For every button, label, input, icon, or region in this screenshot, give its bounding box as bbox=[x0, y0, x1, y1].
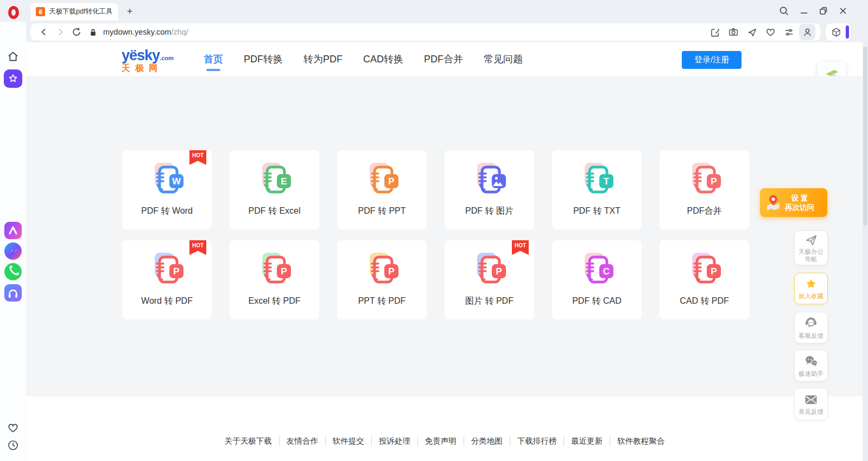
conversion-card[interactable]: HOT C PDF 转 CAD bbox=[552, 240, 642, 319]
feedback-widget[interactable]: 意见反馈 bbox=[794, 388, 828, 420]
nav-item[interactable]: 转为PDF bbox=[302, 43, 344, 75]
hot-badge: HOT bbox=[189, 240, 206, 255]
whatsapp-icon[interactable] bbox=[4, 263, 22, 280]
revisit-banner[interactable]: 设 置再次访问 bbox=[760, 188, 827, 217]
new-tab-button[interactable]: + bbox=[123, 4, 137, 18]
conversion-card[interactable]: HOT W PDF 转 Word bbox=[122, 150, 212, 229]
lock-icon[interactable] bbox=[85, 24, 101, 40]
navigation-icon bbox=[804, 233, 818, 246]
footer-link[interactable]: 关于天极下载 bbox=[218, 436, 280, 446]
conversion-icon: W bbox=[150, 162, 185, 197]
conversion-card[interactable]: HOT PDF 转 图片 bbox=[445, 150, 534, 229]
home-icon[interactable] bbox=[7, 50, 20, 63]
footer-link[interactable]: 友情合作 bbox=[280, 436, 326, 446]
footer-link[interactable]: 分类地图 bbox=[464, 436, 510, 446]
speed-dial-star-icon[interactable] bbox=[4, 69, 22, 88]
conversion-icon: T bbox=[580, 162, 614, 197]
nav-item[interactable]: PDF转换 bbox=[243, 43, 284, 75]
web-page: yësky.com 天极网 首页PDF转换转为PDFCAD转换PDF合并常见问题… bbox=[26, 42, 863, 461]
conversion-icon: P bbox=[257, 252, 292, 287]
conversion-card[interactable]: HOT P PDF合并 bbox=[660, 150, 749, 229]
camera-icon[interactable] bbox=[725, 24, 742, 40]
conversion-card[interactable]: HOT P 图片 转 PDF bbox=[445, 240, 534, 319]
messenger-icon[interactable] bbox=[4, 242, 22, 260]
conversion-card[interactable]: HOT E PDF 转 Excel bbox=[230, 150, 319, 229]
conversion-icon bbox=[472, 162, 507, 197]
conversion-card[interactable]: HOT P CAD 转 PDF bbox=[660, 240, 749, 319]
svg-text:P: P bbox=[388, 176, 394, 187]
nav-item-label: 转为PDF bbox=[303, 54, 343, 65]
yesky-logo[interactable]: yësky.com 天极网 bbox=[122, 47, 187, 74]
nav-item[interactable]: PDF合并 bbox=[423, 43, 464, 75]
close-button[interactable] bbox=[836, 4, 850, 18]
conversion-icon: P bbox=[687, 252, 722, 287]
nav-item-label: PDF合并 bbox=[424, 54, 463, 65]
restore-button[interactable] bbox=[816, 4, 831, 18]
url-field[interactable]: mydown.yesky.com/zhq/ bbox=[103, 28, 707, 36]
heart-icon[interactable] bbox=[762, 24, 778, 40]
back-icon[interactable] bbox=[36, 24, 52, 40]
revisit-line1: 设 置 bbox=[785, 194, 814, 203]
reload-icon[interactable] bbox=[68, 24, 85, 40]
svg-text:W: W bbox=[172, 176, 181, 187]
opera-logo-icon[interactable] bbox=[8, 6, 19, 19]
hot-badge: HOT bbox=[189, 150, 206, 165]
player-headphones-icon[interactable] bbox=[4, 284, 22, 302]
forward-icon[interactable] bbox=[52, 24, 68, 40]
favorites-heart-icon[interactable] bbox=[7, 422, 19, 434]
more-options-icon[interactable] bbox=[7, 459, 19, 461]
login-register-button[interactable]: 登录/注册 bbox=[682, 51, 742, 69]
conversion-card[interactable]: HOT P PPT 转 PDF bbox=[337, 240, 427, 319]
browser-chrome: ë 天极下载pdf转化工具 + mydown.yesky.com/zhq/ bbox=[0, 0, 868, 42]
footer-link[interactable]: 投诉处理 bbox=[372, 436, 418, 446]
conversion-card[interactable]: HOT P PDF 转 PPT bbox=[337, 150, 427, 229]
footer-link[interactable]: 下载排行榜 bbox=[510, 436, 565, 446]
aria-ai-icon[interactable] bbox=[4, 222, 22, 239]
profile-icon[interactable] bbox=[799, 24, 815, 40]
nav-item[interactable]: 首页 bbox=[202, 43, 224, 75]
nav-item-label: CAD转换 bbox=[363, 54, 403, 65]
history-clock-icon[interactable] bbox=[7, 439, 19, 451]
footer-link[interactable]: 最近更新 bbox=[564, 436, 610, 446]
scrollbar-thumb[interactable] bbox=[863, 47, 867, 226]
send-icon[interactable] bbox=[744, 24, 760, 40]
address-bar[interactable]: mydown.yesky.com/zhq/ bbox=[30, 23, 821, 41]
extension-cube-icon[interactable] bbox=[828, 24, 844, 40]
conversion-card[interactable]: HOT P Word 转 PDF bbox=[122, 240, 212, 319]
svg-text:P: P bbox=[173, 266, 179, 277]
footer-links: 关于天极下载友情合作软件提交投诉处理免责声明分类地图下载排行榜最近更新软件教程聚… bbox=[26, 436, 863, 446]
conversion-card-label: PDF 转 Excel bbox=[248, 206, 300, 217]
customer-service-widget[interactable]: 客服反馈 bbox=[794, 312, 828, 343]
conversion-card-label: PDF合并 bbox=[687, 206, 722, 217]
footer-link[interactable]: 免责声明 bbox=[418, 436, 464, 446]
add-favorite-widget[interactable]: 加入收藏 bbox=[794, 273, 828, 304]
conversion-card[interactable]: HOT T PDF 转 TXT bbox=[552, 150, 642, 229]
tab-title: 天极下载pdf转化工具 bbox=[49, 7, 112, 16]
browser-tab[interactable]: ë 天极下载pdf转化工具 bbox=[30, 3, 118, 21]
svg-text:P: P bbox=[496, 266, 502, 277]
office-nav-widget[interactable]: 天极办公导航 bbox=[794, 230, 828, 265]
easy-setup-sliders-icon[interactable] bbox=[781, 24, 797, 40]
conversion-card-label: PDF 转 TXT bbox=[573, 206, 620, 217]
conversion-card-label: PPT 转 PDF bbox=[358, 296, 406, 307]
conversion-card-label: 图片 转 PDF bbox=[465, 296, 514, 307]
nav-item[interactable]: CAD转换 bbox=[362, 43, 404, 75]
footer-link[interactable]: 软件提交 bbox=[326, 436, 372, 446]
nav-item[interactable]: 常见问题 bbox=[483, 43, 524, 75]
hot-badge: HOT bbox=[512, 240, 529, 255]
sidebar-toggle-bar[interactable] bbox=[846, 25, 849, 39]
snapshot-edit-icon[interactable] bbox=[707, 24, 723, 40]
conversion-card-label: Word 转 PDF bbox=[141, 296, 193, 307]
star-icon bbox=[804, 278, 818, 291]
conversion-icon: P bbox=[472, 252, 507, 287]
search-icon[interactable] bbox=[777, 4, 791, 18]
extension-island bbox=[826, 23, 851, 41]
svg-text:P: P bbox=[388, 266, 394, 277]
speed-assistant-widget[interactable]: 极速助手 bbox=[794, 350, 828, 381]
conversion-icon: C bbox=[580, 252, 614, 287]
conversion-icon: P bbox=[365, 252, 400, 287]
footer-link[interactable]: 软件教程聚合 bbox=[610, 436, 671, 446]
page-scrollbar[interactable] bbox=[863, 42, 868, 461]
conversion-card[interactable]: HOT P Excel 转 PDF bbox=[230, 240, 319, 319]
minimize-button[interactable] bbox=[797, 4, 811, 18]
